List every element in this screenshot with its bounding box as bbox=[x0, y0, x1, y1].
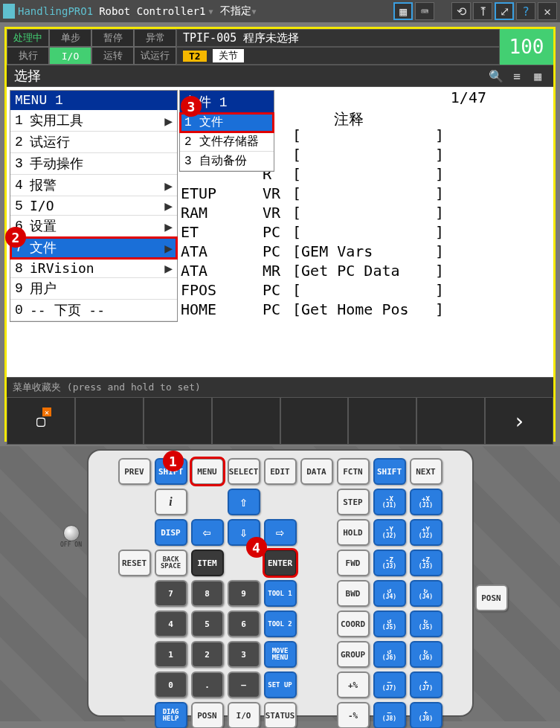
num-1[interactable]: 1 bbox=[155, 641, 187, 668]
jog-minus-j7[interactable]: —(J7) bbox=[373, 671, 406, 698]
movemenu-button[interactable]: MOVE MENU bbox=[264, 641, 297, 668]
fwd-button[interactable]: FWD bbox=[337, 550, 370, 576]
collapse-icon[interactable]: ⤒ bbox=[473, 2, 492, 20]
menu-item-utilities[interactable]: 1实用工具▶ bbox=[10, 110, 177, 132]
menu-item-next[interactable]: 0-- 下页 -- bbox=[10, 300, 177, 321]
prev-button[interactable]: PREV bbox=[118, 458, 151, 485]
status-fault: 异常 bbox=[134, 29, 176, 47]
menu-item-user[interactable]: 9用户 bbox=[10, 278, 177, 300]
jog-plus-x[interactable]: +X(J1) bbox=[410, 489, 442, 515]
group-button[interactable]: GROUP bbox=[337, 641, 370, 668]
jog-plus-j7[interactable]: +(J7) bbox=[410, 671, 442, 698]
submenu-item-filemem[interactable]: 2文件存储器 bbox=[180, 132, 274, 152]
step-button[interactable]: STEP bbox=[337, 489, 370, 515]
posn-side-button[interactable]: POSN bbox=[475, 584, 508, 611]
item-button[interactable]: ITEM bbox=[191, 550, 224, 576]
shift-button-right[interactable]: SHIFT bbox=[373, 458, 406, 485]
calc-icon[interactable]: ▦ bbox=[393, 2, 413, 20]
jog-minus-j8[interactable]: —(J8) bbox=[373, 702, 406, 728]
favorite-slot[interactable] bbox=[348, 397, 416, 445]
favorite-slot[interactable] bbox=[144, 397, 212, 445]
num-8[interactable]: 8 bbox=[191, 580, 224, 607]
mode-dropdown-icon[interactable]: ▼ bbox=[251, 7, 256, 16]
enter-button[interactable]: ENTER bbox=[264, 550, 297, 576]
backspace-button[interactable]: BACK SPACE bbox=[155, 550, 187, 576]
jog-plus-j8[interactable]: +(J8) bbox=[410, 702, 442, 728]
diag-button[interactable]: DIAG HELP bbox=[155, 702, 187, 728]
jog-minus-j6[interactable]: ↺(J6) bbox=[373, 641, 406, 668]
jog-plus-z[interactable]: +Z(J3) bbox=[410, 550, 442, 576]
num-2[interactable]: 2 bbox=[191, 641, 224, 668]
setup-button[interactable]: SET UP bbox=[264, 671, 297, 698]
grid-icon[interactable]: ▦ bbox=[530, 68, 546, 84]
favorite-slot[interactable] bbox=[212, 397, 280, 445]
up-arrow-button[interactable]: ⇧ bbox=[228, 489, 260, 515]
info-button[interactable]: i bbox=[155, 489, 187, 515]
keyboard-icon[interactable]: ⌨ bbox=[415, 2, 434, 20]
num-dot[interactable]: . bbox=[191, 671, 224, 698]
jog-plus-j5[interactable]: ↻(J5) bbox=[410, 611, 442, 637]
mode-label[interactable]: 不指定 bbox=[220, 4, 251, 18]
menu-button[interactable]: MENU bbox=[191, 458, 224, 485]
next-page-button[interactable]: › bbox=[485, 397, 553, 445]
titlebar: HandlingPRO1 Robot Controller1 ▼ 不指定 ▼ ▦… bbox=[0, 0, 560, 22]
num-5[interactable]: 5 bbox=[191, 611, 224, 637]
expand-icon[interactable]: ⤢ bbox=[495, 2, 514, 20]
num-6[interactable]: 6 bbox=[228, 611, 260, 637]
tool2-button[interactable]: TOOL 2 bbox=[264, 611, 297, 637]
next-button[interactable]: NEXT bbox=[410, 458, 442, 485]
list-icon[interactable]: ≡ bbox=[509, 68, 525, 84]
favorite-slot[interactable]: ▢✕ bbox=[7, 397, 75, 445]
tool1-button[interactable]: TOOL 1 bbox=[264, 580, 297, 607]
edit-button[interactable]: EDIT bbox=[264, 458, 297, 485]
jog-plus-y[interactable]: +Y(J2) bbox=[410, 519, 442, 546]
num-9[interactable]: 9 bbox=[228, 580, 260, 607]
right-arrow-button[interactable]: ⇨ bbox=[264, 519, 297, 546]
num-0[interactable]: 0 bbox=[155, 671, 187, 698]
jog-minus-z[interactable]: -Z(J3) bbox=[373, 550, 406, 576]
fctn-button[interactable]: FCTN bbox=[337, 458, 370, 485]
menu-item-irvision[interactable]: 8iRVision▶ bbox=[10, 259, 177, 278]
pct-minus-button[interactable]: -% bbox=[337, 702, 370, 728]
callout-2: 2 bbox=[5, 227, 26, 248]
help-icon[interactable]: ? bbox=[516, 2, 535, 20]
select-button[interactable]: SELECT bbox=[228, 458, 260, 485]
jog-minus-j5[interactable]: ↺(J5) bbox=[373, 611, 406, 637]
menu-item-testcycle[interactable]: 2试运行 bbox=[10, 132, 177, 153]
bwd-button[interactable]: BWD bbox=[337, 580, 370, 607]
controller-name[interactable]: Robot Controller1 bbox=[99, 5, 205, 17]
menu-item-io[interactable]: 5I/O▶ bbox=[10, 196, 177, 216]
num-7[interactable]: 7 bbox=[155, 580, 187, 607]
refresh-icon[interactable]: ⟲ bbox=[451, 2, 471, 20]
jog-minus-y[interactable]: -Y(J2) bbox=[373, 519, 406, 546]
reset-button[interactable]: RESET bbox=[118, 550, 151, 576]
status-button[interactable]: STATUS bbox=[264, 702, 297, 728]
pct-plus-button[interactable]: +% bbox=[337, 671, 370, 698]
jog-plus-j6[interactable]: ↻(J6) bbox=[410, 641, 442, 668]
controller-dropdown-icon[interactable]: ▼ bbox=[208, 7, 213, 16]
zoom-icon[interactable]: 🔍 bbox=[488, 68, 504, 84]
num-3[interactable]: 3 bbox=[228, 641, 260, 668]
jog-minus-j4[interactable]: ↺(J4) bbox=[373, 580, 406, 607]
menu-item-setup[interactable]: 6设置▶ bbox=[10, 216, 177, 237]
coord-button[interactable]: COORD bbox=[337, 611, 370, 637]
favorite-slot[interactable] bbox=[75, 397, 144, 445]
posn-button[interactable]: POSN bbox=[191, 702, 224, 728]
hold-button[interactable]: HOLD bbox=[337, 519, 370, 546]
submenu-item-autobackup[interactable]: 3自动备份 bbox=[180, 152, 274, 171]
menu-item-alarm[interactable]: 4报警▶ bbox=[10, 175, 177, 196]
menu-item-manual[interactable]: 3手动操作 bbox=[10, 153, 177, 175]
num-dash-button[interactable]: – bbox=[228, 671, 260, 698]
jog-plus-j4[interactable]: ↻(J4) bbox=[410, 580, 442, 607]
favorite-slot[interactable] bbox=[416, 397, 485, 445]
left-arrow-button[interactable]: ⇦ bbox=[191, 519, 224, 546]
menu-item-file[interactable]: 7文件▶ bbox=[10, 237, 177, 259]
data-button[interactable]: DATA bbox=[300, 458, 333, 485]
close-icon[interactable]: ✕ bbox=[538, 2, 557, 20]
io-button[interactable]: I/O bbox=[228, 702, 260, 728]
off-on-switch[interactable]: OFF ON bbox=[60, 525, 83, 548]
favorite-slot[interactable] bbox=[280, 397, 349, 445]
num-4[interactable]: 4 bbox=[155, 611, 187, 637]
disp-button[interactable]: DISP bbox=[155, 519, 187, 546]
jog-minus-x[interactable]: -X(J1) bbox=[373, 489, 406, 515]
